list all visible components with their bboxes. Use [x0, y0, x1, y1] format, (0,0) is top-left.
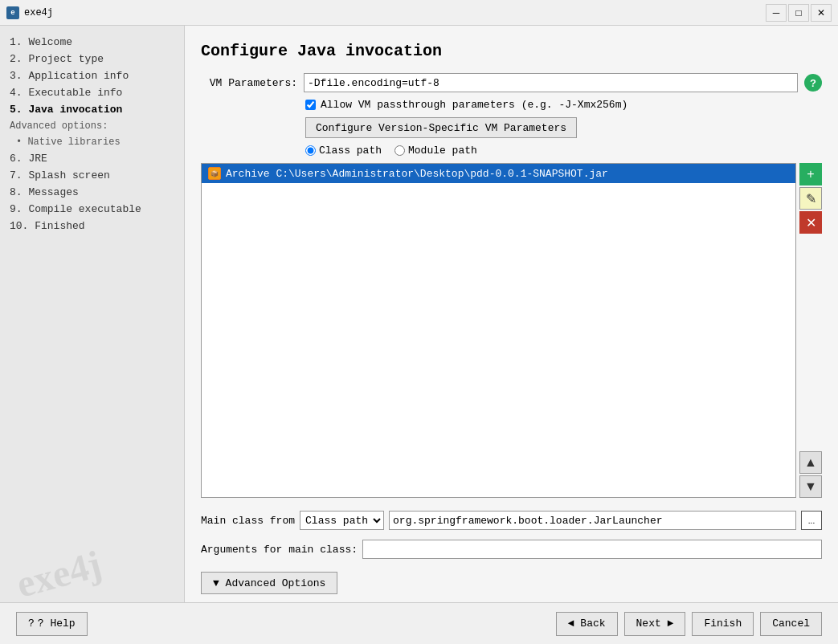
arguments-label: Arguments for main class: — [201, 544, 358, 556]
window-title: exe4j — [24, 7, 766, 18]
help-button[interactable]: ? ? Help — [16, 612, 88, 636]
form-section: VM Parameters: ? Allow VM passthrough pa… — [201, 73, 822, 594]
arguments-input[interactable] — [362, 540, 822, 559]
browse-main-class-button[interactable]: ... — [801, 511, 822, 530]
main-class-from-select[interactable]: Class path — [300, 511, 384, 530]
archive-icon: 📦 — [208, 167, 221, 180]
sidebar-item-native-libraries[interactable]: • Native libraries — [0, 134, 184, 150]
module-path-option[interactable]: Module path — [394, 145, 477, 157]
class-path-radio[interactable] — [305, 145, 316, 156]
window-controls: ─ □ ✕ — [766, 4, 832, 22]
vm-parameters-help-button[interactable]: ? — [804, 74, 822, 92]
configure-version-button[interactable]: Configure Version-Specific VM Parameters — [305, 117, 577, 138]
main-class-from-label: Main class from — [201, 515, 295, 527]
sidebar-item-java-invocation[interactable]: 5. Java invocation — [0, 101, 184, 118]
title-bar: e exe4j ─ □ ✕ — [0, 0, 838, 26]
sidebar: 1. Welcome 2. Project type 3. Applicatio… — [0, 26, 185, 602]
sidebar-watermark: exe4j — [12, 541, 106, 602]
vm-parameters-label: VM Parameters: — [201, 77, 297, 89]
allow-passthrough-row: Allow VM passthrough parameters (e.g. -J… — [201, 99, 822, 111]
advanced-options-label: ▼ Advanced Options — [213, 577, 325, 589]
main-class-input[interactable] — [389, 511, 796, 530]
sidebar-item-project-type[interactable]: 2. Project type — [0, 51, 184, 67]
sidebar-item-exec-info[interactable]: 4. Executable info — [0, 84, 184, 101]
advanced-options-button[interactable]: ▼ Advanced Options — [201, 572, 337, 594]
sidebar-item-compile[interactable]: 9. Compile executable — [0, 201, 184, 218]
add-classpath-button[interactable]: + — [799, 163, 822, 185]
sidebar-item-app-info[interactable]: 3. Application info — [0, 67, 184, 84]
classpath-buttons: + ✎ ✕ ▲ ▼ — [796, 163, 822, 498]
minimize-button[interactable]: ─ — [766, 4, 787, 22]
sidebar-item-welcome[interactable]: 1. Welcome — [0, 34, 184, 51]
next-button[interactable]: Next ► — [624, 612, 686, 636]
move-up-button[interactable]: ▲ — [799, 451, 822, 474]
classpath-item-label: Archive C:\Users\Administrator\Desktop\p… — [226, 168, 608, 180]
edit-classpath-button[interactable]: ✎ — [799, 187, 822, 210]
path-type-row: Class path Module path — [201, 145, 822, 157]
sidebar-item-splash-screen[interactable]: 7. Splash screen — [0, 167, 184, 184]
main-class-row: Main class from Class path ... — [201, 511, 822, 530]
sidebar-advanced-options-label: Advanced options: — [0, 118, 184, 134]
classpath-list[interactable]: 📦 Archive C:\Users\Administrator\Desktop… — [201, 163, 796, 498]
class-path-option[interactable]: Class path — [305, 145, 382, 157]
content-area: Configure Java invocation VM Parameters:… — [185, 26, 838, 602]
sidebar-item-finished[interactable]: 10. Finished — [0, 218, 184, 234]
finish-button[interactable]: Finish — [692, 612, 754, 636]
classpath-item[interactable]: 📦 Archive C:\Users\Administrator\Desktop… — [202, 164, 795, 183]
app-icon: e — [6, 6, 19, 19]
move-down-button[interactable]: ▼ — [799, 475, 822, 498]
allow-passthrough-checkbox[interactable] — [305, 100, 316, 110]
help-icon: ? — [28, 618, 35, 630]
arguments-row: Arguments for main class: — [201, 540, 822, 559]
configure-version-row: Configure Version-Specific VM Parameters — [201, 117, 822, 138]
back-button[interactable]: ◄ Back — [556, 612, 618, 636]
remove-classpath-button[interactable]: ✕ — [799, 211, 822, 234]
advanced-options-row: ▼ Advanced Options — [201, 572, 822, 594]
maximize-button[interactable]: □ — [788, 4, 809, 22]
sidebar-item-jre[interactable]: 6. JRE — [0, 150, 184, 167]
sidebar-item-messages[interactable]: 8. Messages — [0, 184, 184, 201]
classpath-area: 📦 Archive C:\Users\Administrator\Desktop… — [201, 163, 822, 498]
vm-parameters-input[interactable] — [304, 73, 798, 92]
module-path-radio[interactable] — [394, 145, 405, 156]
cancel-button[interactable]: Cancel — [760, 612, 822, 636]
main-container: 1. Welcome 2. Project type 3. Applicatio… — [0, 26, 838, 602]
close-button[interactable]: ✕ — [811, 4, 832, 22]
vm-parameters-row: VM Parameters: ? — [201, 73, 822, 92]
page-title: Configure Java invocation — [201, 42, 822, 60]
allow-passthrough-label: Allow VM passthrough parameters (e.g. -J… — [321, 99, 627, 111]
bottom-bar: ? ? Help ◄ Back Next ► Finish Cancel — [0, 602, 838, 644]
